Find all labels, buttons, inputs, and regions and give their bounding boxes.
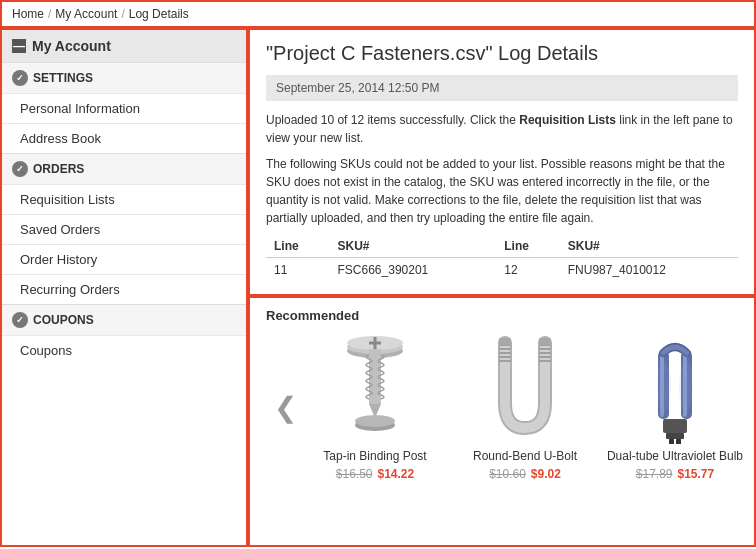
row1-sku2: FNU987_4010012 [560,258,738,283]
orders-icon: ✓ [12,161,28,177]
prev-button[interactable]: ❮ [266,391,305,424]
sidebar-item-requisition-lists[interactable]: Requisition Lists [2,184,246,214]
coupons-label: COUPONS [33,313,94,327]
section-settings: ✓ SETTINGS [2,62,246,93]
log-details-panel: "Project C Fasteners.csv" Log Details Se… [248,28,756,296]
col-sku2: SKU# [560,235,738,258]
sidebar-title-text: My Account [32,38,111,54]
sidebar-item-address-book[interactable]: Address Book [2,123,246,153]
sidebar-item-order-history[interactable]: Order History [2,244,246,274]
log-message1: Uploaded 10 of 12 items successfully. Cl… [266,111,738,147]
sidebar-dash-icon: — [12,39,26,53]
breadcrumb-logdetails: Log Details [129,7,189,21]
products-row: ❮ [266,333,738,481]
breadcrumb: Home / My Account / Log Details [0,0,756,28]
coupons-icon: ✓ [12,312,28,328]
product-name-1: Tap-in Binding Post [323,449,426,463]
sidebar-item-saved-orders[interactable]: Saved Orders [2,214,246,244]
row1-line1: 11 [266,258,330,283]
col-line2: Line [496,235,560,258]
recommended-panel: Recommended ❮ [248,296,756,547]
product-card-2[interactable]: Round-Bend U-Bolt $10.60 $9.02 [455,333,595,481]
product-old-price-2: $10.60 [489,467,526,481]
price-line-1: $16.50 $14.22 [336,467,414,481]
next-button[interactable]: ❯ [745,391,756,424]
product-new-price-2: $9.02 [531,467,561,481]
log-message1-text: Uploaded 10 of 12 items successfully. Cl… [266,113,519,127]
settings-icon: ✓ [12,70,28,86]
row1-line2: 12 [496,258,560,283]
col-line1: Line [266,235,330,258]
svg-rect-21 [663,419,687,433]
sidebar-title: — My Account [2,30,246,62]
section-orders: ✓ ORDERS [2,153,246,184]
svg-rect-19 [499,338,511,345]
col-sku1: SKU# [330,235,497,258]
svg-rect-22 [666,433,684,439]
section-coupons: ✓ COUPONS [2,304,246,335]
svg-rect-24 [676,439,681,444]
sidebar-item-recurring-orders[interactable]: Recurring Orders [2,274,246,304]
product-image-3 [620,333,730,443]
content-area: "Project C Fasteners.csv" Log Details Se… [248,28,756,547]
product-image-1 [320,333,430,443]
breadcrumb-sep1: / [48,7,51,21]
log-title: "Project C Fasteners.csv" Log Details [266,42,738,65]
products-container: Tap-in Binding Post $16.50 $14.22 [305,333,745,481]
price-line-3: $17.89 $15.77 [636,467,714,481]
svg-rect-20 [539,338,551,345]
svg-point-30 [679,361,693,411]
product-new-price-1: $14.22 [378,467,415,481]
product-image-2 [470,333,580,443]
orders-label: ORDERS [33,162,84,176]
product-name-2: Round-Bend U-Bolt [473,449,577,463]
svg-point-8 [355,415,395,427]
product-name-3: Dual-tube Ultraviolet Bulb [607,449,743,463]
svg-point-29 [657,361,671,411]
log-table: Line SKU# Line SKU# 11 FSC666_390201 12 … [266,235,738,282]
product-old-price-1: $16.50 [336,467,373,481]
product-card-3[interactable]: Dual-tube Ultraviolet Bulb $17.89 $15.77 [605,333,745,481]
log-date: September 25, 2014 12:50 PM [266,75,738,101]
requisition-lists-link[interactable]: Requisition Lists [519,113,616,127]
row1-sku1: FSC666_390201 [330,258,497,283]
price-line-2: $10.60 $9.02 [489,467,561,481]
settings-label: SETTINGS [33,71,93,85]
log-message2: The following SKUs could not be added to… [266,155,738,227]
product-old-price-3: $17.89 [636,467,673,481]
sidebar-item-coupons[interactable]: Coupons [2,335,246,365]
recommended-title: Recommended [266,308,738,323]
breadcrumb-sep2: / [121,7,124,21]
table-row: 11 FSC666_390201 12 FNU987_4010012 [266,258,738,283]
product-new-price-3: $15.77 [678,467,715,481]
breadcrumb-home[interactable]: Home [12,7,44,21]
sidebar: — My Account ✓ SETTINGS Personal Informa… [0,28,248,547]
sidebar-item-personal-info[interactable]: Personal Information [2,93,246,123]
product-card-1[interactable]: Tap-in Binding Post $16.50 $14.22 [305,333,445,481]
breadcrumb-myaccount[interactable]: My Account [55,7,117,21]
svg-rect-23 [669,439,674,444]
